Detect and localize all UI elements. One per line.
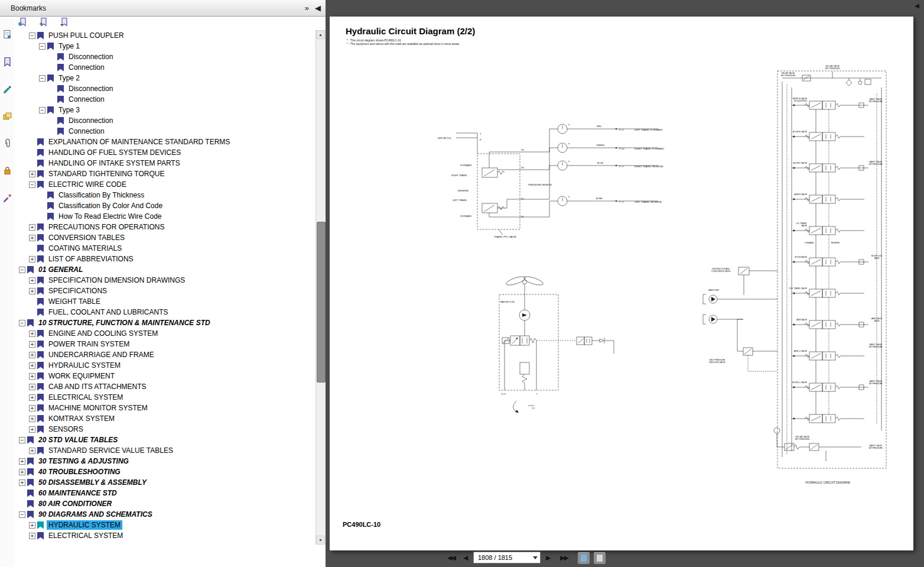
collapse-expander-icon[interactable]: − (39, 107, 45, 114)
signatures-icon[interactable] (2, 84, 12, 94)
bookmark-item[interactable]: +HYDRAULIC SYSTEM (14, 360, 316, 371)
bookmark-item[interactable]: +MACHINE MONITOR SYSTEM (14, 403, 316, 413)
bookmark-item[interactable]: Disconnection (14, 51, 316, 62)
expand-expander-icon[interactable]: + (19, 469, 25, 475)
bookmark-item[interactable]: −ELECTRIC WIRE CODE (14, 179, 316, 190)
bookmark-label[interactable]: STANDARD TIGHTENING TORQUE (47, 169, 166, 179)
bookmark-label[interactable]: ELECTRICAL SYSTEM (47, 393, 125, 402)
scrolling-view-icon[interactable] (594, 552, 606, 564)
bookmark-label[interactable]: CONVERSION TABLES (47, 233, 126, 242)
bookmark-label[interactable]: ENGINE AND COOLING SYSTEM (47, 329, 160, 338)
bookmark-item[interactable]: +PRECAUTIONS FOR OPERATIONS (14, 222, 316, 232)
bookmark-item[interactable]: HANDLING OF FUEL SYSTEM DEVICES (14, 147, 316, 158)
bookmark-label[interactable]: Type 3 (57, 105, 82, 115)
bookmark-label[interactable]: UNDERCARRIAGE AND FRAME (47, 350, 156, 359)
bookmark-item[interactable]: +STANDARD TIGHTENING TORQUE (14, 169, 316, 179)
bookmark-label[interactable]: HANDLING OF FUEL SYSTEM DEVICES (47, 148, 183, 157)
bookmark-item[interactable]: EXPLANATION OF MAINTENANCE STANDARD TERM… (14, 137, 316, 147)
bookmark-item[interactable]: Disconnection (14, 83, 316, 94)
collapse-expander-icon[interactable]: − (29, 33, 35, 39)
bookmark-label[interactable]: Classification By Thickness (57, 190, 146, 200)
bookmark-label[interactable]: HYDRAULIC SYSTEM (47, 520, 122, 530)
bookmark-label[interactable]: PUSH PULL COUPLER (47, 31, 126, 40)
first-page-button[interactable]: ◀◀ (447, 555, 455, 561)
bookmark-label[interactable]: HYDRAULIC SYSTEM (47, 361, 122, 370)
expand-expander-icon[interactable]: + (29, 384, 35, 390)
bookmark-item[interactable]: Classification By Color And Code (14, 200, 316, 211)
bookmark-label[interactable]: Disconnection (67, 52, 115, 61)
bookmark-item[interactable]: −PUSH PULL COUPLER (14, 30, 316, 41)
bookmark-item[interactable]: Connection (14, 126, 316, 137)
expand-expander-icon[interactable]: + (29, 352, 35, 358)
bookmark-label[interactable]: 60 MAINTENANCE STD (37, 488, 119, 498)
bookmark-label[interactable]: 20 STD VALUE TABLES (37, 435, 119, 445)
bookmark-item[interactable]: +SPECIFICATIONS (14, 286, 316, 296)
expand-current-bookmark-icon[interactable] (18, 17, 28, 27)
scroll-up-icon[interactable]: ▲ (316, 30, 325, 39)
bookmark-item[interactable]: 80 AIR CONDITIONER (14, 498, 316, 509)
chevron-down-icon[interactable] (533, 556, 538, 559)
bookmark-label[interactable]: 50 DISASSEMBLY & ASSEMBLY (37, 478, 148, 487)
expand-expander-icon[interactable]: + (29, 224, 35, 231)
layers-icon[interactable] (2, 111, 12, 121)
page-number-combobox[interactable]: 1808 / 1815 (473, 552, 541, 563)
expand-expander-icon[interactable]: + (19, 458, 25, 465)
new-bookmark-icon[interactable] (38, 17, 48, 27)
expand-expander-icon[interactable]: + (29, 394, 35, 401)
bookmark-item[interactable]: Connection (14, 62, 316, 73)
bookmark-label[interactable]: Type 2 (57, 73, 82, 83)
expand-expander-icon[interactable]: + (29, 341, 35, 348)
bookmark-item[interactable]: −90 DIAGRAMS AND SCHEMATICS (14, 509, 316, 520)
bookmark-item[interactable]: +CAB AND ITS ATTACHMENTS (14, 381, 316, 392)
collapse-expander-icon[interactable]: − (19, 267, 25, 273)
collapse-expander-icon[interactable]: − (19, 320, 25, 326)
expand-expander-icon[interactable]: + (29, 331, 35, 337)
bookmark-label[interactable]: KOMTRAX SYSTEM (47, 414, 116, 423)
bookmark-item[interactable]: +ENGINE AND COOLING SYSTEM (14, 328, 316, 339)
bookmark-item[interactable]: +KOMTRAX SYSTEM (14, 413, 316, 424)
bookmark-label[interactable]: Connection (67, 95, 106, 104)
bookmark-item[interactable]: +40 TROUBLESHOOTING (14, 466, 316, 477)
pages-icon[interactable] (2, 30, 12, 40)
bookmark-label[interactable]: Disconnection (67, 116, 115, 125)
bookmark-label[interactable]: CAB AND ITS ATTACHMENTS (47, 382, 148, 391)
bookmark-options-icon[interactable] (59, 17, 69, 27)
bookmark-item[interactable]: +CONVERSION TABLES (14, 232, 316, 243)
expand-expander-icon[interactable]: + (29, 448, 35, 454)
bookmarks-icon[interactable] (2, 57, 12, 67)
expand-expander-icon[interactable]: + (29, 373, 35, 380)
bookmark-label[interactable]: ELECTRICAL SYSTEM (47, 531, 125, 540)
bookmark-label[interactable]: STANDARD SERVICE VALUE TABLES (47, 446, 175, 455)
bookmark-label[interactable]: 10 STRUCTURE, FUNCTION & MAINTENANCE STD (37, 318, 212, 328)
bookmark-label[interactable]: COATING MATERIALS (47, 244, 123, 253)
bookmark-label[interactable]: SPECIFICATIONS (47, 286, 109, 296)
bookmark-label[interactable]: 90 DIAGRAMS AND SCHEMATICS (37, 510, 154, 519)
bookmark-item[interactable]: How To Read Electric Wire Code (14, 211, 316, 222)
bookmark-label[interactable]: ELECTRIC WIRE CODE (47, 180, 128, 189)
bookmark-item[interactable]: Disconnection (14, 115, 316, 126)
collapse-expander-icon[interactable]: − (39, 43, 45, 50)
expand-expander-icon[interactable]: + (29, 522, 35, 529)
bookmark-item[interactable]: −Type 2 (14, 73, 316, 83)
expand-expander-icon[interactable]: + (29, 426, 35, 433)
bookmark-item[interactable]: +UNDERCARRIAGE AND FRAME (14, 349, 316, 360)
bookmark-item[interactable]: FUEL, COOLANT AND LUBRICANTS (14, 307, 316, 317)
bookmark-label[interactable]: HANDLING OF INTAKE SYSTEM PARTS (47, 158, 182, 168)
bookmark-label[interactable]: POWER TRAIN SYSTEM (47, 339, 131, 349)
bookmark-item[interactable]: +SPECIFICATION DIMENSION DRAWINGS (14, 275, 316, 286)
bookmark-item[interactable]: COATING MATERIALS (14, 243, 316, 254)
expand-expander-icon[interactable]: + (29, 277, 35, 284)
bookmark-label[interactable]: MACHINE MONITOR SYSTEM (47, 403, 149, 413)
bookmark-item[interactable]: Classification By Thickness (14, 190, 316, 200)
bookmark-item[interactable]: +ELECTRICAL SYSTEM (14, 392, 316, 403)
bookmark-label[interactable]: 80 AIR CONDITIONER (37, 499, 113, 508)
last-page-button[interactable]: ▶▶ (560, 555, 568, 561)
bookmark-label[interactable]: Classification By Color And Code (57, 201, 164, 210)
collapse-expander-icon[interactable]: − (19, 511, 25, 518)
panel-options-icon[interactable]: » (305, 4, 309, 12)
bookmark-item[interactable]: −01 GENERAL (14, 264, 316, 275)
bookmark-item[interactable]: −20 STD VALUE TABLES (14, 435, 316, 445)
collapse-expander-icon[interactable]: − (39, 75, 45, 82)
collapse-panel-icon[interactable]: ◀ (315, 4, 321, 12)
bookmark-label[interactable]: WEIGHT TABLE (47, 297, 102, 306)
